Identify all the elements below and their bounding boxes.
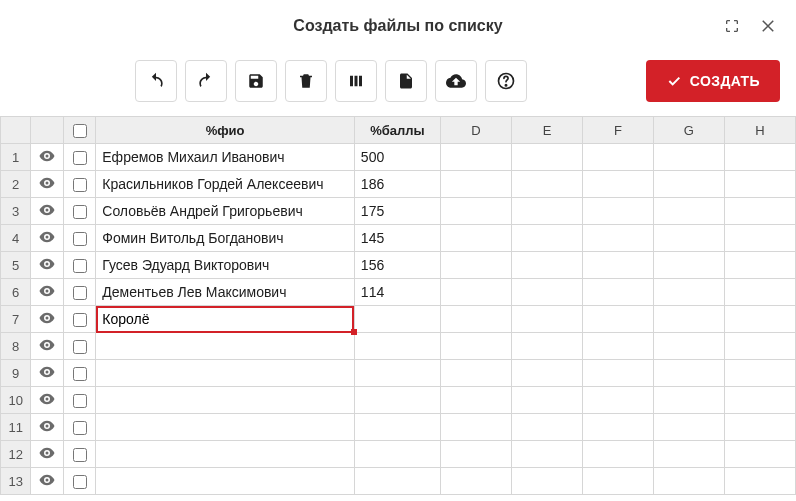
cell-empty[interactable] [441, 360, 512, 387]
row-checkbox[interactable] [73, 421, 87, 435]
row-checkbox[interactable] [73, 475, 87, 489]
cloud-upload-button[interactable] [435, 60, 477, 102]
row-number[interactable]: 2 [1, 171, 31, 198]
cell-empty[interactable] [724, 171, 795, 198]
file-button[interactable] [385, 60, 427, 102]
visibility-toggle[interactable] [31, 252, 63, 279]
col-f-header[interactable]: F [582, 117, 653, 144]
clear-button[interactable] [285, 60, 327, 102]
cell-empty[interactable] [724, 360, 795, 387]
cell-fio[interactable]: Дементьев Лев Максимович [96, 279, 355, 306]
cell-empty[interactable] [441, 279, 512, 306]
cell-empty[interactable] [441, 171, 512, 198]
cell-editor[interactable] [96, 306, 354, 332]
cell-empty[interactable] [724, 468, 795, 495]
cell-empty[interactable] [582, 333, 653, 360]
cell-score[interactable] [354, 387, 440, 414]
row-number[interactable]: 8 [1, 333, 31, 360]
spreadsheet[interactable]: %фио %баллы D E F G H 1Ефремов Михаил Ив… [0, 116, 796, 495]
col-fio-header[interactable]: %фио [96, 117, 355, 144]
cell-empty[interactable] [512, 225, 583, 252]
visibility-toggle[interactable] [31, 144, 63, 171]
cell-empty[interactable] [512, 198, 583, 225]
row-checkbox[interactable] [73, 394, 87, 408]
cell-fio[interactable]: Фомин Витольд Богданович [96, 225, 355, 252]
cell-empty[interactable] [582, 279, 653, 306]
cell-empty[interactable] [653, 306, 724, 333]
cell-empty[interactable] [512, 171, 583, 198]
cell-empty[interactable] [724, 252, 795, 279]
cell-empty[interactable] [653, 225, 724, 252]
cell-empty[interactable] [724, 414, 795, 441]
cell-empty[interactable] [441, 225, 512, 252]
visibility-toggle[interactable] [31, 360, 63, 387]
cell-fio[interactable] [96, 333, 355, 360]
cell-empty[interactable] [582, 225, 653, 252]
row-number[interactable]: 9 [1, 360, 31, 387]
undo-button[interactable] [135, 60, 177, 102]
cell-empty[interactable] [582, 441, 653, 468]
cell-score[interactable]: 114 [354, 279, 440, 306]
cell-empty[interactable] [724, 279, 795, 306]
cell-empty[interactable] [441, 387, 512, 414]
eye-header[interactable] [31, 117, 63, 144]
cell-empty[interactable] [512, 414, 583, 441]
row-number[interactable]: 5 [1, 252, 31, 279]
col-e-header[interactable]: E [512, 117, 583, 144]
cell-empty[interactable] [441, 333, 512, 360]
cell-score[interactable] [354, 468, 440, 495]
cell-empty[interactable] [724, 225, 795, 252]
cell-empty[interactable] [724, 387, 795, 414]
cell-empty[interactable] [512, 441, 583, 468]
visibility-toggle[interactable] [31, 441, 63, 468]
cell-score[interactable] [354, 414, 440, 441]
cell-empty[interactable] [582, 360, 653, 387]
fullscreen-icon[interactable] [720, 14, 744, 38]
columns-button[interactable] [335, 60, 377, 102]
cell-empty[interactable] [653, 333, 724, 360]
col-score-header[interactable]: %баллы [354, 117, 440, 144]
cell-empty[interactable] [653, 252, 724, 279]
cell-fio[interactable]: Красильников Гордей Алексеевич [96, 171, 355, 198]
col-h-header[interactable]: H [724, 117, 795, 144]
row-number[interactable]: 10 [1, 387, 31, 414]
row-checkbox[interactable] [73, 259, 87, 273]
cell-empty[interactable] [724, 333, 795, 360]
cell-empty[interactable] [653, 441, 724, 468]
visibility-toggle[interactable] [31, 333, 63, 360]
cell-empty[interactable] [582, 414, 653, 441]
visibility-toggle[interactable] [31, 171, 63, 198]
cell-empty[interactable] [512, 468, 583, 495]
cell-score[interactable] [354, 333, 440, 360]
cell-fio[interactable] [96, 441, 355, 468]
close-icon[interactable] [756, 14, 780, 38]
cell-empty[interactable] [653, 198, 724, 225]
cell-fio[interactable] [96, 306, 355, 333]
cell-score[interactable]: 500 [354, 144, 440, 171]
row-number[interactable]: 4 [1, 225, 31, 252]
visibility-toggle[interactable] [31, 387, 63, 414]
row-checkbox[interactable] [73, 151, 87, 165]
cell-empty[interactable] [441, 468, 512, 495]
cell-empty[interactable] [582, 468, 653, 495]
row-number[interactable]: 3 [1, 198, 31, 225]
cell-empty[interactable] [653, 279, 724, 306]
col-g-header[interactable]: G [653, 117, 724, 144]
visibility-toggle[interactable] [31, 468, 63, 495]
cell-fio[interactable]: Соловьёв Андрей Григорьевич [96, 198, 355, 225]
cell-empty[interactable] [441, 414, 512, 441]
cell-score[interactable] [354, 360, 440, 387]
cell-empty[interactable] [512, 333, 583, 360]
cell-score[interactable]: 145 [354, 225, 440, 252]
cell-empty[interactable] [653, 414, 724, 441]
cell-empty[interactable] [724, 441, 795, 468]
cell-empty[interactable] [653, 387, 724, 414]
checkbox-header[interactable] [63, 117, 95, 144]
corner-cell[interactable] [1, 117, 31, 144]
cell-score[interactable]: 156 [354, 252, 440, 279]
cell-empty[interactable] [582, 387, 653, 414]
cell-empty[interactable] [582, 306, 653, 333]
redo-button[interactable] [185, 60, 227, 102]
row-checkbox[interactable] [73, 232, 87, 246]
cell-empty[interactable] [653, 468, 724, 495]
